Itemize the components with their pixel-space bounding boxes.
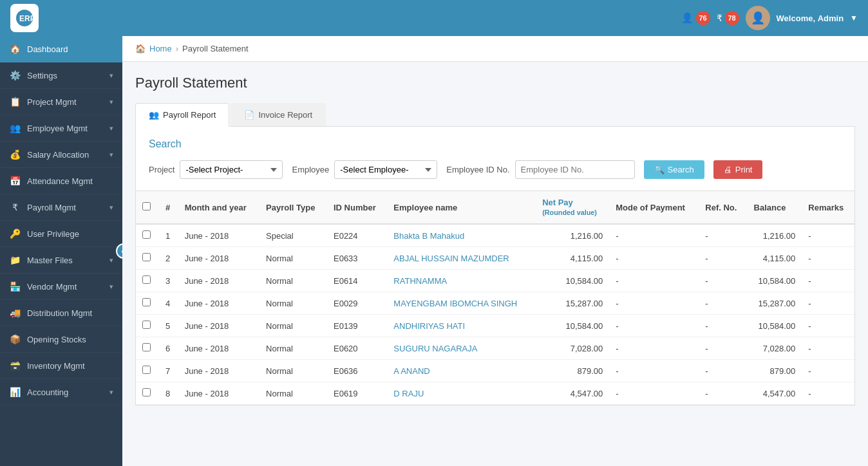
sidebar-item-master-files[interactable]: 📁 Master Files ▾ — [0, 247, 122, 274]
col-id-number: ID Number — [327, 191, 387, 224]
sidebar-chevron-vendor-mgmt: ▾ — [109, 283, 113, 291]
row-balance: 1,216.00 — [748, 224, 802, 247]
row-payroll-type: Normal — [259, 315, 327, 337]
row-ref: - — [699, 360, 747, 382]
row-employee-name[interactable]: RATHNAMMA — [387, 270, 536, 292]
table-row: 5 June - 2018 Normal E0139 ANDHIRIYAS HA… — [136, 315, 854, 337]
sidebar-item-employee-mgmt[interactable]: 👥 Employee Mgmt ▾ — [0, 115, 122, 142]
row-employee-name[interactable]: MAYENGBAM IBOMCHA SINGH — [387, 292, 536, 315]
sidebar-item-project-mgmt[interactable]: 📋 Project Mgmt ▾ — [0, 89, 122, 115]
sidebar-item-attendance-mgmt[interactable]: 📅 Attendance Mgmt — [0, 168, 122, 194]
print-icon: 🖨 — [724, 165, 732, 174]
row-employee-name[interactable]: ANDHIRIYAS HATI — [387, 315, 536, 337]
row-id: E0633 — [327, 247, 387, 270]
row-balance: 4,115.00 — [748, 247, 802, 270]
select-all-checkbox[interactable] — [142, 202, 151, 210]
row-payroll-type: Normal — [259, 270, 327, 292]
row-employee-name[interactable]: D RAJU — [387, 382, 536, 405]
sidebar-item-vendor-mgmt[interactable]: 🏪 Vendor Mgmt ▾ — [0, 274, 122, 300]
row-payroll-type: Normal — [259, 247, 327, 270]
row-payroll-type: Normal — [259, 382, 327, 405]
sidebar-item-opening-stocks[interactable]: 📦 Opening Stocks — [0, 326, 122, 353]
project-select[interactable]: -Select Project- — [180, 160, 283, 179]
row-checkbox-cell — [136, 360, 159, 382]
row-employee-name[interactable]: Bhakta B Mahakud — [387, 224, 536, 247]
row-balance: 879.00 — [748, 360, 802, 382]
sidebar-item-settings[interactable]: ⚙️ Settings ▾ — [0, 62, 122, 89]
row-month: June - 2018 — [178, 337, 259, 360]
row-mode: - — [609, 292, 699, 315]
row-checkbox-0[interactable] — [142, 230, 151, 239]
row-ref: - — [699, 224, 747, 247]
sidebar-item-inventory-mgmt[interactable]: 🗃️ Inventory Mgmt — [0, 353, 122, 379]
col-payroll-type: Payroll Type — [259, 191, 327, 224]
row-employee-name[interactable]: ABJAL HUSSAIN MAZUMDER — [387, 247, 536, 270]
rupee-count: 78 — [725, 11, 739, 25]
row-mode: - — [609, 270, 699, 292]
sidebar-label-distribution-mgmt: Distribution Mgmt — [27, 308, 92, 318]
sidebar-item-distribution-mgmt[interactable]: 🚚 Distribution Mgmt — [0, 300, 122, 326]
sidebar-icon-attendance-mgmt: 📅 — [9, 175, 21, 187]
sidebar-label-vendor-mgmt: Vendor Mgmt — [27, 282, 77, 292]
search-icon: 🔍 — [654, 165, 665, 174]
tab-bar: 👥 Payroll Report 📄 Invoice Report — [135, 103, 855, 127]
row-checkbox-3[interactable] — [142, 298, 151, 306]
rupee-notification-badge[interactable]: ₹ 78 — [717, 11, 739, 25]
row-checkbox-1[interactable] — [142, 253, 151, 261]
sidebar-label-accounting: Accounting — [27, 387, 68, 397]
row-checkbox-5[interactable] — [142, 343, 151, 351]
row-id: E0614 — [327, 270, 387, 292]
sidebar-chevron-project-mgmt: ▾ — [109, 98, 113, 106]
sidebar-icon-master-files: 📁 — [9, 254, 21, 266]
row-num: 4 — [159, 292, 178, 315]
payroll-table: # Month and year Payroll Type ID Number … — [136, 191, 854, 405]
employee-id-input[interactable] — [515, 160, 635, 179]
col-net-pay: Net Pay(Rounded value) — [536, 191, 609, 224]
row-num: 1 — [159, 224, 178, 247]
row-num: 7 — [159, 360, 178, 382]
profile-chevron-icon[interactable]: ▼ — [850, 14, 858, 23]
employee-id-label: Employee ID No. — [446, 165, 509, 174]
breadcrumb-home[interactable]: Home — [149, 44, 172, 53]
tab-invoice-report[interactable]: 📄 Invoice Report — [231, 103, 326, 126]
tab-payroll-report[interactable]: 👥 Payroll Report — [135, 103, 229, 127]
project-label: Project — [149, 165, 175, 174]
row-payroll-type: Normal — [259, 360, 327, 382]
sidebar-icon-project-mgmt: 📋 — [9, 96, 21, 107]
col-ref-no: Ref. No. — [699, 191, 747, 224]
topbar-right: 👤 76 ₹ 78 👤 Welcome, Admin ▼ — [681, 6, 858, 30]
row-balance: 15,287.00 — [748, 292, 802, 315]
row-month: June - 2018 — [178, 382, 259, 405]
sidebar-item-dashboard[interactable]: 🏠 Dashboard — [0, 36, 122, 62]
sidebar-icon-vendor-mgmt: 🏪 — [9, 281, 21, 292]
user-notification-badge[interactable]: 👤 76 — [681, 11, 710, 25]
sidebar-item-salary-allocation[interactable]: 💰 Salary Allocation ▾ — [0, 142, 122, 168]
row-num: 5 — [159, 315, 178, 337]
sidebar-item-payroll-mgmt[interactable]: ₹ Payroll Mgmt ▾ — [0, 194, 122, 221]
row-employee-name[interactable]: SUGURU NAGARAJA — [387, 337, 536, 360]
print-button[interactable]: 🖨 Print — [713, 160, 763, 179]
search-button[interactable]: 🔍 Search — [644, 160, 704, 179]
sidebar-label-dashboard: Dashboard — [27, 44, 68, 54]
sidebar-icon-user-privilege: 🔑 — [9, 228, 21, 239]
avatar: 👤 — [746, 6, 770, 30]
search-panel: Search Project -Select Project- Employee… — [135, 127, 855, 191]
row-checkbox-4[interactable] — [142, 321, 151, 329]
row-checkbox-6[interactable] — [142, 366, 151, 374]
welcome-text: Welcome, Admin — [777, 14, 844, 23]
app-logo: ERP — [10, 4, 39, 32]
row-net-pay: 10,584.00 — [536, 315, 609, 337]
sidebar-item-user-privilege[interactable]: 🔑 User Privilege — [0, 221, 122, 247]
row-remarks: - — [802, 224, 854, 247]
row-balance: 10,584.00 — [748, 270, 802, 292]
employee-select[interactable]: -Select Employee- — [334, 160, 437, 179]
row-remarks: - — [802, 270, 854, 292]
row-ref: - — [699, 337, 747, 360]
row-checkbox-7[interactable] — [142, 388, 151, 396]
row-employee-name[interactable]: A ANAND — [387, 360, 536, 382]
sidebar-item-accounting[interactable]: 📊 Accounting ▾ — [0, 379, 122, 405]
sidebar-icon-opening-stocks: 📦 — [9, 333, 21, 345]
sidebar-label-inventory-mgmt: Inventory Mgmt — [27, 361, 85, 371]
row-checkbox-2[interactable] — [142, 275, 151, 284]
row-balance: 7,028.00 — [748, 337, 802, 360]
